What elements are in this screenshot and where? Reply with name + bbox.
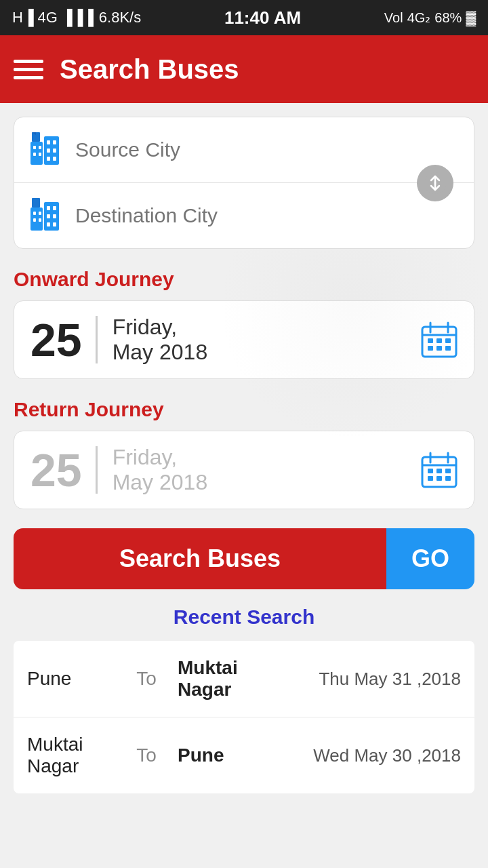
signal-icon: H▐ 4G ▐▐▐ — [12, 9, 94, 26]
svg-rect-23 — [53, 214, 56, 218]
svg-rect-15 — [44, 202, 59, 231]
recent-search-list: Pune To MuktaiNagar Thu May 31 ,2018 Muk… — [14, 641, 474, 793]
volte-icon: Vol — [384, 10, 403, 26]
svg-rect-5 — [39, 153, 41, 156]
recent-search-item[interactable]: Pune To MuktaiNagar Thu May 31 ,2018 — [14, 641, 474, 717]
swap-cities-button[interactable] — [417, 165, 453, 201]
recent-search-item[interactable]: MuktaiNagar To Pune Wed May 30 ,2018 — [14, 717, 474, 793]
recent-dest-city: MuktaiNagar — [178, 657, 319, 701]
svg-rect-39 — [445, 346, 451, 351]
status-right: Vol 4G₂ 68% ▓ — [384, 9, 476, 26]
svg-rect-2 — [33, 146, 36, 149]
destination-city-icon — [28, 198, 63, 233]
page-title: Search Buses — [60, 54, 239, 85]
onward-date-card[interactable]: 25 Friday, May 2018 — [14, 300, 474, 379]
source-city-input[interactable] — [75, 138, 460, 161]
battery-icon: ▓ — [466, 10, 476, 26]
battery-level: 68% — [434, 10, 462, 26]
svg-rect-36 — [445, 338, 451, 343]
onward-date-month: May 2018 — [113, 340, 421, 365]
return-date-text: Friday, May 2018 — [113, 445, 421, 495]
source-city-row[interactable] — [14, 117, 474, 183]
return-date-card[interactable]: 25 Friday, May 2018 — [14, 431, 474, 509]
svg-rect-7 — [53, 140, 56, 144]
svg-rect-48 — [436, 476, 442, 481]
onward-calendar-icon — [421, 321, 458, 358]
destination-city-input[interactable] — [75, 204, 460, 227]
onward-date-divider — [96, 316, 98, 363]
svg-rect-26 — [32, 198, 40, 208]
source-city-icon — [28, 132, 63, 167]
main-content: Onward Journey 25 Friday, May 2018 Retur… — [0, 103, 488, 868]
svg-rect-46 — [445, 469, 451, 473]
svg-rect-17 — [39, 212, 41, 215]
svg-rect-8 — [47, 149, 50, 153]
onward-date-text: Friday, May 2018 — [113, 315, 421, 365]
recent-search-title: Recent Search — [14, 606, 474, 629]
svg-rect-22 — [47, 214, 50, 218]
svg-rect-4 — [33, 153, 36, 156]
recent-from-city: Pune — [27, 668, 115, 690]
return-journey-label: Return Journey — [14, 398, 474, 421]
4g2-icon: 4G₂ — [407, 9, 431, 26]
svg-rect-34 — [428, 338, 433, 343]
svg-rect-47 — [428, 476, 433, 481]
app-header: Search Buses — [0, 35, 488, 103]
recent-to-label: To — [126, 668, 167, 690]
svg-rect-16 — [33, 212, 36, 215]
return-date-number: 25 — [30, 447, 82, 493]
svg-rect-24 — [47, 222, 50, 226]
recent-to-label: To — [126, 745, 167, 766]
return-calendar-icon — [421, 452, 458, 488]
recent-date: Wed May 30 ,2018 — [313, 745, 461, 766]
svg-rect-37 — [428, 346, 433, 351]
svg-rect-45 — [436, 469, 442, 473]
svg-rect-18 — [33, 218, 36, 222]
onward-journey-label: Onward Journey — [14, 268, 474, 291]
search-button-container: Search Buses GO — [14, 528, 474, 589]
svg-rect-9 — [53, 149, 56, 153]
svg-rect-20 — [47, 206, 50, 210]
svg-rect-19 — [39, 218, 41, 222]
clock: 11:40 AM — [224, 7, 301, 28]
status-bar: H▐ 4G ▐▐▐ 6.8K/s 11:40 AM Vol 4G₂ 68% ▓ — [0, 0, 488, 35]
svg-rect-44 — [428, 469, 433, 473]
svg-rect-49 — [445, 476, 451, 481]
return-date-divider — [96, 446, 98, 494]
recent-dest-city: Pune — [178, 745, 313, 766]
status-left: H▐ 4G ▐▐▐ 6.8K/s — [12, 9, 141, 26]
speed-indicator: 6.8K/s — [99, 9, 141, 26]
svg-rect-21 — [53, 206, 56, 210]
onward-date-day: Friday, — [113, 315, 421, 340]
swap-icon — [424, 172, 446, 194]
destination-city-row[interactable] — [14, 183, 474, 248]
city-search-box — [14, 117, 474, 249]
svg-rect-3 — [39, 146, 41, 149]
recent-date: Thu May 31 ,2018 — [319, 669, 461, 690]
svg-rect-25 — [53, 222, 56, 226]
svg-rect-11 — [53, 157, 56, 161]
onward-date-number: 25 — [30, 317, 82, 363]
search-buses-button[interactable]: Search Buses — [14, 528, 386, 589]
return-date-day: Friday, — [113, 445, 421, 470]
return-date-month: May 2018 — [113, 470, 421, 495]
svg-rect-35 — [436, 338, 442, 343]
svg-rect-38 — [436, 346, 442, 351]
go-button[interactable]: GO — [386, 528, 474, 589]
svg-rect-1 — [44, 136, 59, 165]
svg-rect-6 — [47, 140, 50, 144]
recent-from-city: MuktaiNagar — [27, 734, 115, 777]
svg-rect-10 — [47, 157, 50, 161]
hamburger-menu-button[interactable] — [14, 60, 43, 79]
